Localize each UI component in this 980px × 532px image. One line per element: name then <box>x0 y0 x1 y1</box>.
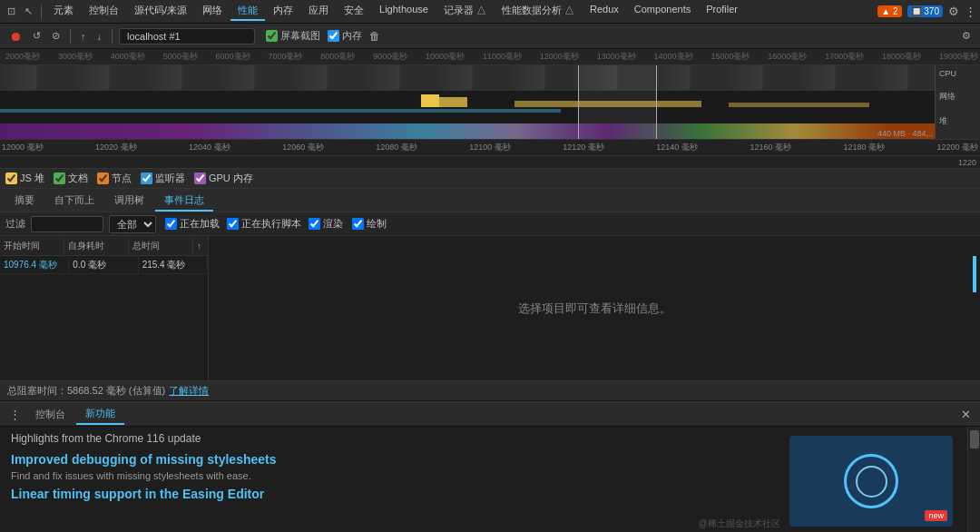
download-button[interactable]: ↓ <box>93 29 106 44</box>
tab-recorder[interactable]: 记录器 △ <box>436 2 494 21</box>
scripting-checkbox[interactable] <box>227 218 239 230</box>
gpu-label: GPU 内存 <box>209 172 253 185</box>
table-header: 开始时间 自身耗时 总时间 ↑ <box>0 236 208 256</box>
scroll-indicator[interactable] <box>973 256 976 292</box>
console-tab-newfeatures[interactable]: 新功能 <box>76 404 124 425</box>
zoom-label-10: 12200 毫秒 <box>936 142 978 153</box>
th-sort[interactable]: ↑ <box>193 240 208 252</box>
console-tab-console[interactable]: 控制台 <box>26 405 74 424</box>
status-link[interactable]: 了解详情 <box>169 384 209 398</box>
memory-track <box>0 116 935 140</box>
trash-icon[interactable]: 🗑 <box>369 30 380 43</box>
tab-network[interactable]: 网络 <box>195 2 230 21</box>
table-row-0[interactable]: 10976.4 毫秒 0.0 毫秒 215.4 毫秒 <box>0 256 208 274</box>
painting-checkbox[interactable] <box>352 218 364 230</box>
perf-settings-icon[interactable]: ⚙ <box>958 28 975 44</box>
url-bar: ⏺ ↺ ⊘ ↑ ↓ 屏幕截图 内存 🗑 ⚙ <box>0 24 980 49</box>
tab-profiler[interactable]: Profiler <box>699 2 745 21</box>
zoom-label-0: 12000 毫秒 <box>2 142 44 153</box>
rendering-checkbox[interactable] <box>309 218 320 230</box>
ruler-label-9: 11000毫秒 <box>483 51 522 63</box>
listeners-checkbox[interactable] <box>141 172 152 184</box>
top-toolbar: ⊡ ↖ 元素 控制台 源代码/来源 网络 性能 内存 应用 安全 Lightho… <box>0 0 980 24</box>
memory-checkbox[interactable] <box>328 30 339 42</box>
tab-security[interactable]: 安全 <box>337 2 371 21</box>
nodes-checkbox[interactable] <box>97 172 109 184</box>
js-heap-checkbox[interactable] <box>5 172 17 184</box>
memory-value: 440 MB · 484... <box>877 129 933 138</box>
zoom-label-4: 12080 毫秒 <box>376 142 417 153</box>
tab-redux[interactable]: Redux <box>583 2 626 21</box>
loading-checkbox-item: 正在加载 <box>165 217 220 231</box>
ruler-labels: 2000毫秒 3000毫秒 4000毫秒 5000毫秒 6000毫秒 7000毫… <box>4 51 980 63</box>
rendering-label: 渲染 <box>323 217 343 231</box>
devtools-toggle[interactable]: ⊡ <box>4 4 19 19</box>
loading-checkbox[interactable] <box>165 218 177 230</box>
th-self-time[interactable]: 自身耗时 <box>64 238 129 254</box>
memory-label: 内存 <box>342 29 362 43</box>
painting-checkbox-item: 绘制 <box>352 217 387 231</box>
subtab-event-log[interactable]: 事件日志 <box>155 191 213 212</box>
timeline-tracks[interactable]: CPU 网络 堆 440 MB · 484... <box>0 65 980 140</box>
ruler-label-1: 3000毫秒 <box>58 51 93 63</box>
url-input[interactable] <box>119 28 255 44</box>
heap-label: 堆 <box>939 115 947 127</box>
warning-badge: ▲ 2 <box>877 5 901 17</box>
documents-checkbox-item: 文档 <box>54 172 88 185</box>
video-thumbnail[interactable]: new <box>789 436 953 527</box>
tab-sources[interactable]: 源代码/来源 <box>127 2 194 21</box>
filter-row: 过滤 全部 加载 脚本 渲染 绘制 正在加载 正在执行脚本 渲染 绘制 <box>0 212 980 236</box>
clear-button[interactable]: ⊘ <box>48 28 64 44</box>
tab-perf-insights[interactable]: 性能数据分析 △ <box>495 2 582 21</box>
right-panel-hint: 选择项目即可查看详细信息。 <box>518 300 671 317</box>
tab-elements[interactable]: 元素 <box>46 2 81 21</box>
inspect-toggle[interactable]: ↖ <box>21 4 36 19</box>
settings-icon[interactable]: ⚙ <box>948 5 959 18</box>
th-start-time[interactable]: 开始时间 <box>0 238 64 254</box>
reload-profile-button[interactable]: ↺ <box>29 28 44 44</box>
console-scrollbar[interactable] <box>967 427 980 532</box>
subtab-call-tree[interactable]: 调用树 <box>105 191 153 212</box>
tab-application[interactable]: 应用 <box>301 2 336 21</box>
main-content: 开始时间 自身耗时 总时间 ↑ 10976.4 毫秒 0.0 毫秒 215.4 … <box>0 236 980 381</box>
memory-checkbox-item: 内存 <box>328 29 362 43</box>
screenshot-checkbox[interactable] <box>266 30 278 42</box>
documents-checkbox[interactable] <box>54 172 65 184</box>
ruler-label-13: 15000毫秒 <box>710 51 750 63</box>
event-table: 开始时间 自身耗时 总时间 ↑ 10976.4 毫秒 0.0 毫秒 215.4 … <box>0 236 209 380</box>
subtab-summary[interactable]: 摘要 <box>5 191 44 212</box>
tab-console[interactable]: 控制台 <box>82 2 126 21</box>
filter-input[interactable] <box>31 216 103 232</box>
main-tabs: 元素 控制台 源代码/来源 网络 性能 内存 应用 安全 Lighthouse … <box>46 2 745 21</box>
filter-label: 过滤 <box>5 217 25 231</box>
tab-components[interactable]: Components <box>627 2 698 21</box>
tab-performance[interactable]: 性能 <box>230 2 265 21</box>
th-total-time[interactable]: 总时间 <box>129 238 193 254</box>
subtab-bottom-up[interactable]: 自下而上 <box>45 191 103 212</box>
zoom-ruler: 12000 毫秒 12020 毫秒 12040 毫秒 12060 毫秒 1208… <box>0 140 980 156</box>
ruler-label-16: 18000毫秒 <box>882 51 921 63</box>
screenshot-label: 屏幕截图 <box>280 29 320 43</box>
gpu-checkbox[interactable] <box>194 172 206 184</box>
console-scroll-thumb[interactable] <box>970 430 979 448</box>
scripting-checkbox-item: 正在执行脚本 <box>227 217 301 231</box>
filter-dropdown[interactable]: 全部 加载 脚本 渲染 绘制 <box>109 215 156 233</box>
td-self-time-0: 0.0 毫秒 <box>69 257 138 273</box>
ruler-label-8: 10000毫秒 <box>426 51 465 63</box>
tab-memory[interactable]: 内存 <box>266 2 300 21</box>
console-menu-icon[interactable]: ⋮ <box>5 406 24 423</box>
more-options-icon[interactable]: ⋮ <box>965 5 976 18</box>
selection-region[interactable] <box>578 65 656 140</box>
ruler-label-10: 12000毫秒 <box>540 51 579 63</box>
upload-button[interactable]: ↑ <box>77 29 90 44</box>
video-inner-circle <box>856 466 887 498</box>
checkboxes-row: JS 堆 文档 节点 监听器 GPU 内存 <box>0 169 980 189</box>
tab-lighthouse[interactable]: Lighthouse <box>372 2 436 21</box>
record-button[interactable]: ⏺ <box>5 27 25 45</box>
console-close-icon[interactable]: ✕ <box>957 406 975 423</box>
ruler-label-12: 14000毫秒 <box>654 51 693 63</box>
cpu-track <box>0 91 935 107</box>
ruler-label-5: 7000毫秒 <box>268 51 302 63</box>
zoom-label-7: 12140 毫秒 <box>656 142 698 153</box>
new-badge: new <box>925 510 947 521</box>
